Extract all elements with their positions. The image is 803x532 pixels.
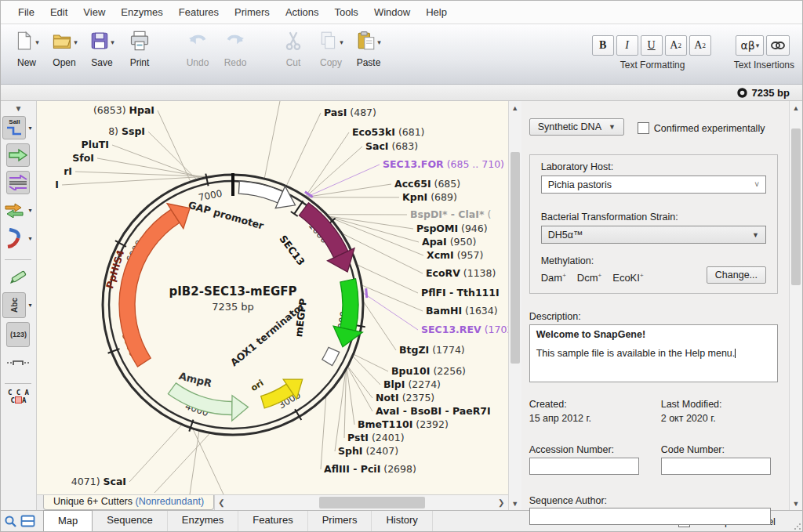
menu-tools[interactable]: Tools	[327, 2, 366, 22]
site-label-bmet110i[interactable]: BmeT110I (2392)	[358, 418, 449, 430]
site-label-bspdi-clai-[interactable]: BspDI* - ClaI* (	[410, 208, 491, 220]
site-label-acc65i[interactable]: Acc65I (685)	[394, 178, 460, 190]
new-dropdown-icon[interactable]: ▾	[35, 38, 39, 46]
underline-button[interactable]: U	[641, 35, 663, 56]
site-label-sec13-for[interactable]: SEC13.FOR (685 .. 710)	[383, 158, 504, 170]
feature-label-ampr[interactable]: AmpR	[177, 371, 213, 390]
site-label-scai[interactable]: 4071) ScaI	[71, 476, 126, 487]
horizontal-scroll-thumb[interactable]	[319, 497, 426, 508]
confirmed-checkbox[interactable]	[638, 122, 649, 134]
resize-grip-icon[interactable]	[794, 523, 801, 530]
paste-dropdown-icon[interactable]: ▾	[377, 38, 381, 46]
plasmid-map-canvas[interactable]: 1000200030004000500060007000GAP promoter…	[37, 101, 508, 494]
map-vertical-scrollbar[interactable]: ▲ ▼	[508, 101, 521, 510]
site-label-bamhi[interactable]: BamHI (1634)	[426, 305, 498, 317]
feature-megfp[interactable]	[340, 279, 358, 331]
site-label-bpu10i[interactable]: Bpu10I (2256)	[391, 365, 466, 377]
change-methylation-button[interactable]: Change...	[707, 266, 766, 284]
site-label-xcmi[interactable]: XcmI (957)	[427, 249, 483, 261]
accession-input[interactable]	[529, 458, 639, 475]
text-labels-dropdown[interactable]: ▾	[26, 302, 34, 309]
tab-features[interactable]: Features	[238, 511, 307, 531]
zoom-icon[interactable]	[4, 515, 17, 528]
site-label-afliii-pcii[interactable]: AflIII - PciI (2698)	[324, 463, 416, 475]
strain-dropdown[interactable]: DH5α™▼	[541, 226, 766, 244]
map-scroll-thumb[interactable]	[511, 152, 520, 364]
panel-scroll-up-icon[interactable]: ▲	[790, 101, 802, 114]
save-button[interactable]: ▾ Save	[84, 29, 120, 68]
tab-history[interactable]: History	[372, 511, 432, 531]
site-label-apai[interactable]: ApaI (950)	[422, 236, 476, 248]
italic-button[interactable]: I	[616, 35, 638, 56]
site-label-pluti[interactable]: PluTI	[81, 139, 109, 150]
save-dropdown-icon[interactable]: ▾	[111, 38, 114, 46]
paste-button[interactable]: ▾ Paste	[351, 29, 387, 68]
orf-display-button[interactable]	[2, 198, 26, 222]
site-label-i[interactable]: I	[55, 179, 59, 190]
alignment-tool-button[interactable]: C C A CA	[8, 389, 29, 404]
primer-mark-icon[interactable]	[366, 289, 367, 299]
feature-label-sec13[interactable]: SEC13	[277, 233, 307, 268]
subscript-button[interactable]: A2	[689, 35, 711, 56]
menu-file[interactable]: File	[10, 2, 42, 22]
horizontal-scrollbar[interactable]: ❮ ❯	[214, 495, 508, 510]
site-label-pasi[interactable]: PasI (487)	[324, 107, 376, 118]
description-textarea[interactable]: Welcome to SnapGene! This sample file is…	[529, 324, 778, 382]
greek-letters-button[interactable]: αβ▾	[736, 35, 764, 56]
enzyme-display-button[interactable]: SalI	[2, 116, 26, 139]
scroll-left-icon[interactable]: ❮	[215, 495, 228, 510]
panel-scroll-down-icon[interactable]: ▼	[790, 497, 802, 510]
enzyme-display-dropdown[interactable]: ▾	[26, 125, 34, 132]
site-label-pspomi[interactable]: PspOMI (946)	[416, 223, 488, 234]
site-label-sspi[interactable]: 8) SspI	[108, 125, 145, 137]
site-label-noti[interactable]: NotI (2375)	[376, 392, 434, 404]
scroll-up-icon[interactable]: ▲	[509, 101, 521, 114]
site-label-pflfi-tth111i[interactable]: PflFI - Tth111I	[421, 287, 500, 299]
panel-scroll-thumb[interactable]	[791, 128, 801, 285]
feature-gap-promoter[interactable]	[238, 182, 282, 204]
new-button[interactable]: ▾ New	[9, 29, 45, 68]
menu-view[interactable]: View	[75, 2, 113, 22]
superscript-button[interactable]: A2	[665, 35, 687, 56]
tab-map[interactable]: Map	[43, 510, 93, 531]
hyperlink-button[interactable]	[766, 35, 790, 56]
region-bracket-button[interactable]	[6, 351, 30, 375]
menu-actions[interactable]: Actions	[278, 2, 327, 22]
tab-enzymes[interactable]: Enzymes	[168, 511, 238, 531]
code-number-input[interactable]	[661, 458, 771, 475]
bold-button[interactable]: B	[592, 35, 614, 56]
split-view-icon[interactable]	[20, 515, 35, 527]
panel-vertical-scrollbar[interactable]: ▲ ▼	[789, 101, 802, 510]
menu-enzymes[interactable]: Enzymes	[113, 2, 170, 22]
molecule-type-dropdown[interactable]: Synthetic DNA▼	[529, 118, 624, 136]
feature-ampr[interactable]	[168, 383, 232, 415]
tab-primers[interactable]: Primers	[308, 511, 372, 531]
site-label-hpai[interactable]: (6853) HpaI	[93, 104, 154, 116]
open-dropdown-icon[interactable]: ▾	[74, 38, 78, 46]
feature-aox1-terminator[interactable]	[322, 348, 340, 366]
print-button[interactable]: Print	[122, 29, 158, 68]
scroll-down-icon[interactable]: ▼	[509, 497, 521, 510]
menu-features[interactable]: Features	[171, 2, 227, 22]
gc-content-dropdown[interactable]: ▾	[26, 235, 34, 242]
numbering-button[interactable]: (123)	[6, 322, 30, 347]
confirmed-checkbox-row[interactable]: Confirmed experimentally	[638, 122, 765, 134]
site-label-ecorv[interactable]: EcoRV (1138)	[426, 267, 496, 279]
site-label-sfoi[interactable]: SfoI	[72, 152, 94, 164]
menu-window[interactable]: Window	[366, 2, 418, 22]
menu-help[interactable]: Help	[418, 2, 455, 22]
collapse-tools-icon[interactable]: ▼	[15, 104, 23, 113]
menu-edit[interactable]: Edit	[42, 2, 75, 22]
cutters-status[interactable]: Unique 6+ Cutters (Nonredundant)	[43, 495, 214, 510]
scroll-right-icon[interactable]: ❯	[495, 495, 508, 510]
site-label-sphi[interactable]: SphI (2407)	[338, 445, 398, 457]
site-label-eco53ki[interactable]: Eco53kI (681)	[352, 126, 425, 138]
site-label-kpni[interactable]: KpnI (689)	[402, 191, 457, 203]
gc-content-button[interactable]	[2, 226, 26, 251]
menu-primers[interactable]: Primers	[227, 2, 278, 22]
site-label-blpi[interactable]: BlpI (2274)	[383, 378, 441, 390]
site-label-ri[interactable]: rI	[64, 165, 72, 177]
add-primer-button[interactable]	[6, 265, 30, 288]
tab-sequence[interactable]: Sequence	[93, 511, 168, 531]
feature-label-gap-promoter[interactable]: GAP promoter	[187, 199, 265, 232]
